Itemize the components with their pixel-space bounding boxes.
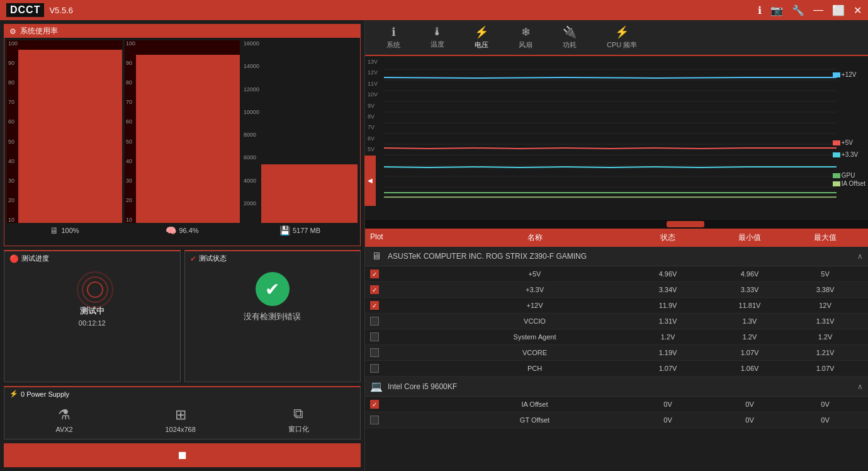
tab-voltage[interactable]: ⚡ 电压 <box>459 20 504 56</box>
maximize-button[interactable]: ⬜ <box>832 4 845 16</box>
device2-rows: IA Offset 0V 0V 0V GT Offset 0V 0V 0V <box>365 397 868 428</box>
titlebar-right: ℹ 📷 🔧 — ⬜ ✕ <box>758 4 862 16</box>
table-row: VCORE 1.19V 1.07V 1.21V <box>365 345 868 361</box>
checkbox-ia-offset[interactable] <box>370 400 379 409</box>
window-icon: ⧉ <box>293 406 303 422</box>
legend-12v-dot <box>833 72 840 77</box>
legend-12v-label: +12V <box>842 71 857 78</box>
checkbox-pch[interactable] <box>370 364 379 373</box>
progress-icon: 🔴 <box>9 254 19 263</box>
checkbox-3v3[interactable] <box>370 285 379 294</box>
app-version: V5.5.6 <box>49 6 73 15</box>
main: ⚙ 系统使用率 100 90 80 70 60 50 40 <box>0 20 868 471</box>
system-usage-header: ⚙ 系统使用率 <box>4 25 360 38</box>
table-row: GT Offset 0V 0V 0V <box>365 412 868 428</box>
cell-vcore-status: 1.19V <box>624 349 712 356</box>
tab-system[interactable]: ℹ 系统 <box>371 20 415 56</box>
tab-fan[interactable]: ❄ 风扇 <box>504 20 548 56</box>
checkbox-5v[interactable] <box>370 270 379 278</box>
cell-3v3-min: 3.33V <box>712 286 787 293</box>
cell-3v3-status: 3.34V <box>624 286 712 293</box>
checkbox-vcore[interactable] <box>370 348 379 357</box>
legend-3v3-dot <box>833 152 840 157</box>
table-row: PCH 1.07V 1.06V 1.07V <box>365 361 868 377</box>
cell-pch-name: PCH <box>446 365 624 372</box>
temp-tab-label: 温度 <box>431 40 444 49</box>
voltage-legend: +12V +5V +3.3V GPU IA Offset <box>833 71 865 187</box>
settings-icon[interactable]: 🔧 <box>792 4 804 16</box>
cell-ia-name: IA Offset <box>446 400 624 408</box>
legend-ia-offset: IA Offset <box>833 180 865 187</box>
chart-scrollbar-thumb[interactable] <box>667 221 704 227</box>
cell-vcore-name: VCORE <box>446 349 624 356</box>
close-button[interactable]: ✕ <box>854 4 862 16</box>
cell-5v-status: 4.96V <box>624 270 712 278</box>
table-row: +5V 4.96V 4.96V 5V <box>365 266 868 282</box>
tab-cpu-freq[interactable]: ⚡ CPU 频率 <box>592 20 652 56</box>
cell-ia-min: 0V <box>712 400 787 408</box>
avx2-label: AVX2 <box>55 426 72 433</box>
sidebar-tab[interactable]: ◀ <box>364 156 376 206</box>
header-status: 状态 <box>624 232 712 243</box>
cell-5v-name: +5V <box>446 270 624 278</box>
cell-12v-min: 11.81V <box>712 302 787 309</box>
stop-button[interactable]: ⏹ <box>4 443 361 467</box>
legend-gpu-label: GPU <box>842 172 855 179</box>
device-icon-asus: 🖥 <box>370 251 383 262</box>
device-expand-asus[interactable]: ∧ <box>857 252 863 261</box>
legend-12v: +12V <box>833 71 865 78</box>
titlebar-left: DCCT V5.5.6 <box>6 3 73 17</box>
checkbox-vccio[interactable] <box>370 317 379 326</box>
cell-vccio-name: VCCIO <box>446 317 624 325</box>
header-min: 最小值 <box>712 232 787 243</box>
voltage-tab-icon: ⚡ <box>475 25 488 39</box>
status-row: 🔴 测试进度 测试中 00:12:12 <box>4 250 361 382</box>
device-row-intel: 💻 Intel Core i5 9600KF ∧ <box>365 377 868 397</box>
chart-scrollbar[interactable] <box>365 220 868 229</box>
checkbox-sa[interactable] <box>370 332 379 341</box>
minimize-button[interactable]: — <box>813 4 823 16</box>
legend-gpu-dot <box>833 173 840 178</box>
cell-sa-name: System Agent <box>446 333 624 341</box>
device-row-asus: 🖥 ASUSTeK COMPUTER INC. ROG STRIX Z390-F… <box>365 247 868 266</box>
legend-3v3: +3.3V <box>833 151 865 158</box>
voltage-tab-label: 电压 <box>475 40 488 50</box>
cpu-chart-bottom: 🖥 100% <box>7 223 122 238</box>
cell-5v-max: 5V <box>787 270 863 278</box>
checkmark-circle: ✔ <box>256 272 290 306</box>
test-status-content: ✔ 没有检测到错误 <box>185 266 361 329</box>
no-error-text: 没有检测到错误 <box>244 311 301 322</box>
resolution-label: 1024x768 <box>165 426 195 433</box>
sidebar-tab-icon: ◀ <box>367 177 374 184</box>
checkbox-12v[interactable] <box>370 301 379 310</box>
cell-sa-status: 1.2V <box>624 333 712 341</box>
voltage-chart: 13V 12V 11V 10V 9V 8V 7V 6V 5V 4V 3V 2V … <box>365 56 868 220</box>
power-option-window[interactable]: ⧉ 窗口化 <box>288 406 309 434</box>
power-options: ⚗ AVX2 ⊞ 1024x768 ⧉ 窗口化 <box>4 400 360 439</box>
power-supply-header: ⚡ 0 Power Supply <box>4 387 360 400</box>
legend-3v3-label: +3.3V <box>842 151 858 158</box>
table-row: VCCIO 1.31V 1.3V 1.31V <box>365 314 868 329</box>
tab-power[interactable]: 🔌 功耗 <box>548 20 592 56</box>
mem-y-labels: 16000 14000 12000 10000 8000 6000 4000 2… <box>242 40 261 223</box>
ram-icon: 🧠 <box>166 225 176 236</box>
cpu-freq-tab-icon: ⚡ <box>615 25 629 39</box>
info-icon[interactable]: ℹ <box>758 4 762 16</box>
power-option-resolution[interactable]: ⊞ 1024x768 <box>165 407 195 433</box>
camera-icon[interactable]: 📷 <box>770 4 783 16</box>
power-option-avx2[interactable]: ⚗ AVX2 <box>55 407 72 433</box>
power-supply-label: 0 Power Supply <box>21 390 69 398</box>
cell-pch-status: 1.07V <box>624 365 712 372</box>
tab-temp[interactable]: 🌡 温度 <box>415 20 459 56</box>
pulse-svg <box>73 268 117 312</box>
system-usage-icon: ⚙ <box>9 27 16 36</box>
table-header: Plot 名称 状态 最小值 最大值 <box>365 229 868 247</box>
table-row: +3.3V 3.34V 3.33V 3.38V <box>365 282 868 298</box>
cell-12v-status: 11.9V <box>624 302 712 309</box>
device-expand-intel[interactable]: ∧ <box>857 382 863 391</box>
cpu-freq-tab-label: CPU 频率 <box>607 40 637 50</box>
ram-y-labels: 100 90 80 70 60 50 40 30 20 10 <box>125 40 137 223</box>
checkbox-gt-offset[interactable] <box>370 416 379 424</box>
cell-gt-status: 0V <box>624 416 712 424</box>
status-icon: ✔ <box>190 254 196 263</box>
